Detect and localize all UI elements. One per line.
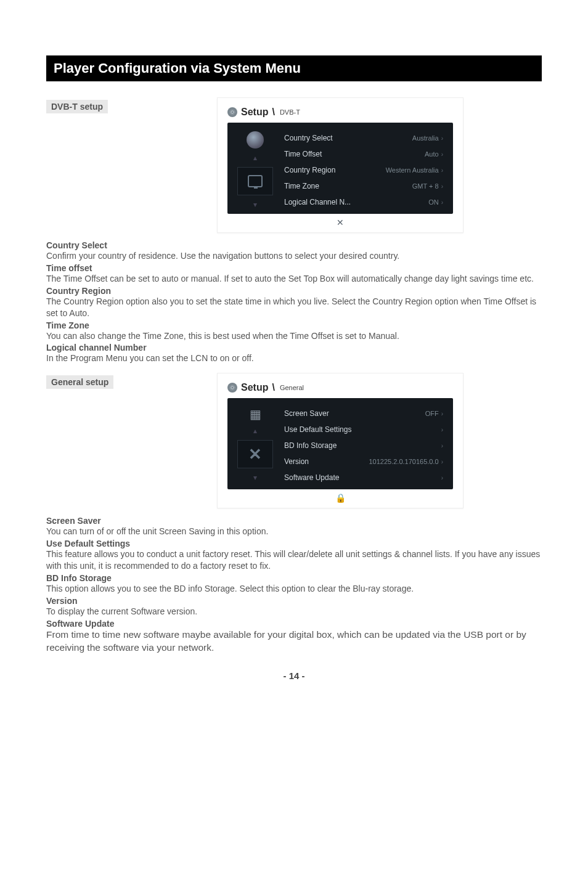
- dvbt-screenshot: Setup \ DVB-T ▴ ▾ Country SelectAustrali…: [217, 97, 463, 233]
- heading: BD Info Storage: [46, 573, 542, 583]
- chevron-right-icon: ›: [441, 199, 443, 206]
- paragraph: You can turn of or off the unit Screen S…: [46, 526, 542, 537]
- heading: Country Region: [46, 286, 542, 296]
- heading: Logical channel Number: [46, 343, 542, 352]
- row-label: Time Offset: [284, 150, 322, 158]
- row-label: Country Region: [284, 166, 335, 174]
- chevron-up-icon: ▴: [253, 155, 257, 161]
- tools-tile: ✕: [237, 440, 273, 468]
- settings-list: Screen SaverOFF› Use Default Settings› B…: [283, 405, 444, 486]
- row-value: 101225.2.0.170165.0.0: [369, 458, 438, 465]
- heading: Country Select: [46, 240, 542, 250]
- chevron-right-icon: ›: [441, 426, 443, 433]
- heading: Time offset: [46, 263, 542, 273]
- chevron-down-icon: ▾: [253, 202, 257, 208]
- svg-point-0: [231, 111, 234, 113]
- dvbt-screenshot-wrap: Setup \ DVB-T ▴ ▾ Country SelectAustrali…: [139, 97, 542, 233]
- device-icon: ▦: [250, 407, 261, 422]
- svg-point-2: [231, 386, 234, 389]
- chevron-down-icon: ▾: [253, 475, 257, 481]
- settings-list: Country SelectAustralia› Time OffsetAuto…: [283, 130, 444, 210]
- chevron-right-icon: ›: [441, 167, 443, 174]
- gear-icon: [227, 107, 237, 117]
- row-value: GMT + 8: [412, 182, 439, 190]
- table-row: BD Info Storage›: [283, 438, 444, 454]
- side-column: ▦ ▴ ✕ ▾: [235, 405, 276, 486]
- side-column: ▴ ▾: [235, 130, 276, 210]
- row-label: Software Update: [284, 473, 339, 482]
- page-title: Player Configuration via System Menu: [54, 60, 301, 76]
- chevron-right-icon: ›: [441, 183, 443, 190]
- row-value: OFF: [425, 410, 439, 417]
- table-row: Screen SaverOFF›: [283, 405, 444, 422]
- row-label: Time Zone: [284, 182, 319, 190]
- page-number: - 14 -: [46, 670, 542, 681]
- heading: Screen Saver: [46, 516, 542, 526]
- chevron-up-icon: ▴: [253, 428, 257, 434]
- crumb-slash: \: [272, 107, 274, 118]
- row-value: Western Australia: [386, 166, 439, 174]
- bottom-glyph-row: ✕: [227, 218, 453, 227]
- paragraph: You can also change the Time Zone, this …: [46, 330, 542, 342]
- general-descriptions: Screen Saver You can turn of or off the …: [46, 516, 542, 654]
- table-row: Country SelectAustralia›: [283, 130, 444, 146]
- svg-point-3: [230, 385, 235, 390]
- crumb-sub: General: [280, 384, 304, 391]
- general-setup-chip: General setup: [46, 375, 113, 389]
- row-label: BD Info Storage: [284, 441, 337, 450]
- paragraph: From time to time new software maybe ava…: [46, 629, 542, 654]
- row-value: ON: [428, 198, 439, 206]
- globe-icon: [247, 131, 264, 149]
- svg-point-1: [230, 110, 235, 115]
- breadcrumb: Setup \ DVB-T: [227, 107, 453, 118]
- row-value: Auto: [425, 150, 439, 158]
- heading: Software Update: [46, 619, 542, 629]
- tv-icon: [248, 175, 263, 187]
- dvbt-setup-chip: DVB-T setup: [46, 100, 108, 113]
- table-row: Country RegionWestern Australia›: [283, 162, 444, 178]
- row-label: Screen Saver: [284, 409, 329, 418]
- paragraph: The Time Offset can be set to auto or ma…: [46, 273, 542, 285]
- paragraph: This feature allows you to conduct a uni…: [46, 548, 542, 572]
- tv-tile: [237, 167, 273, 195]
- dvbt-header-row: DVB-T setup Setup \ DVB-T ▴ ▾: [46, 95, 542, 239]
- crumb-main: Setup: [241, 382, 268, 393]
- crumb-sub: DVB-T: [280, 108, 300, 116]
- chevron-right-icon: ›: [441, 151, 443, 158]
- chevron-right-icon: ›: [441, 410, 443, 417]
- paragraph: In the Program Menu you can set the LCN …: [46, 352, 542, 364]
- general-header-row: General setup Setup \ General ▦ ▴ ✕: [46, 370, 542, 515]
- chevron-right-icon: ›: [441, 442, 443, 449]
- general-screenshot: Setup \ General ▦ ▴ ✕ ▾ Screen SaverOFF›…: [217, 373, 463, 508]
- table-row: Time ZoneGMT + 8›: [283, 178, 444, 194]
- paragraph: To display the current Software version.: [46, 606, 542, 617]
- page: Player Configuration via System Menu DVB…: [0, 0, 588, 706]
- heading: Version: [46, 596, 542, 606]
- table-row: Software Update›: [283, 470, 444, 486]
- chevron-right-icon: ›: [441, 475, 443, 481]
- lock-icon: 🔒: [335, 493, 346, 503]
- bottom-glyph-row: 🔒: [227, 493, 453, 503]
- general-panel: ▦ ▴ ✕ ▾ Screen SaverOFF› Use Default Set…: [227, 398, 453, 489]
- crumb-main: Setup: [241, 107, 268, 118]
- table-row: Use Default Settings›: [283, 422, 444, 438]
- row-label: Version: [284, 457, 309, 466]
- chevron-right-icon: ›: [441, 458, 443, 465]
- tools-icon: ✕: [248, 445, 262, 464]
- row-label: Use Default Settings: [284, 425, 351, 434]
- heading: Use Default Settings: [46, 539, 542, 548]
- paragraph: This option allows you to see the BD inf…: [46, 583, 542, 595]
- row-label: Logical Channel N...: [284, 198, 351, 206]
- paragraph: Confirm your country of residence. Use t…: [46, 250, 542, 262]
- breadcrumb: Setup \ General: [227, 382, 453, 393]
- chevron-right-icon: ›: [441, 135, 443, 142]
- heading: Time Zone: [46, 320, 542, 330]
- crumb-slash: \: [272, 382, 274, 393]
- dvbt-panel: ▴ ▾ Country SelectAustralia› Time Offset…: [227, 123, 453, 214]
- table-row: Time OffsetAuto›: [283, 146, 444, 162]
- row-value: Australia: [412, 134, 439, 142]
- dvbt-descriptions: Country Select Confirm your country of r…: [46, 240, 542, 364]
- gear-icon: [227, 383, 237, 393]
- paragraph: The Country Region option also you to se…: [46, 296, 542, 319]
- table-row: Logical Channel N...ON›: [283, 194, 444, 210]
